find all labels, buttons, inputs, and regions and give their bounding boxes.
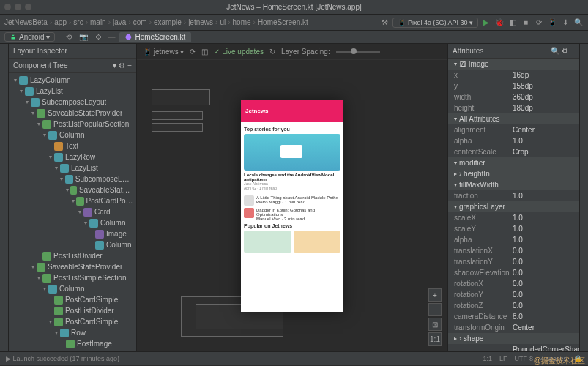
- tree-node[interactable]: ▾Card: [9, 206, 136, 217]
- attr-section[interactable]: ▸ › shape: [448, 333, 579, 344]
- attr-section[interactable]: ▾ All Attributes: [448, 113, 579, 124]
- hammer-icon[interactable]: ⚒: [379, 18, 390, 28]
- attr-row[interactable]: height180dp: [448, 102, 579, 113]
- tree-node[interactable]: ▾SubcomposeLayout: [9, 173, 136, 184]
- minimize-icon[interactable]: −: [570, 47, 575, 55]
- close-dot[interactable]: [4, 4, 11, 10]
- sdk-icon[interactable]: ⬇: [560, 18, 570, 28]
- refresh-icon[interactable]: ⟳: [190, 48, 196, 56]
- attr-row[interactable]: width360dp: [448, 92, 579, 102]
- attr-row[interactable]: rotationY0.0: [448, 289, 579, 300]
- attr-row[interactable]: alignmentCenter: [448, 124, 579, 135]
- left-gutter[interactable]: [0, 44, 9, 351]
- sync-icon[interactable]: ⟳: [534, 18, 544, 28]
- cursor-position[interactable]: 1:1: [483, 355, 492, 362]
- breadcrumb[interactable]: JetNewsBeta›app›src›main›java›com›exampl…: [4, 18, 308, 26]
- component-tree[interactable]: ▾LazyColumn▾LazyList▾SubcomposeLayout▾Sa…: [9, 73, 136, 351]
- tree-node[interactable]: ▾Column: [9, 217, 136, 228]
- zoom-fit-button[interactable]: ⊡: [428, 318, 442, 331]
- attr-row[interactable]: y158dp: [448, 81, 579, 92]
- tree-node[interactable]: ▾SubcomposeLayout: [9, 97, 136, 108]
- android-selector[interactable]: Android ▾: [4, 32, 55, 42]
- tree-node[interactable]: ▾PostCardPopular: [9, 195, 136, 206]
- attr-section[interactable]: ▸ › heightIn: [448, 168, 579, 179]
- run-status[interactable]: ▶ Launch succeeded (17 minutes ago): [6, 355, 119, 362]
- attr-row[interactable]: translationY0.0: [448, 256, 579, 267]
- attr-row[interactable]: scaleX1.0: [448, 212, 579, 223]
- tree-node[interactable]: Image: [9, 228, 136, 239]
- tree-node[interactable]: ▾SaveableStateProvider: [9, 261, 136, 272]
- list-item: A Little Thing about Android Module Path…: [244, 195, 340, 206]
- process-selector[interactable]: 📱 jetnews ▾: [143, 48, 184, 56]
- device-selector[interactable]: 📱 Pixel 4a (5G) API 30 ▾: [392, 18, 478, 28]
- main-toolbar: JetNewsBeta›app›src›main›java›com›exampl…: [0, 15, 588, 31]
- minimize-icon[interactable]: −: [127, 61, 132, 70]
- attr-row[interactable]: RoundedCornerShape: [448, 344, 579, 351]
- rotate-icon[interactable]: ↻: [269, 48, 275, 56]
- live-updates-toggle[interactable]: ✓ Live updates: [214, 48, 264, 56]
- attr-row[interactable]: fraction1.0: [448, 190, 579, 201]
- tree-node[interactable]: ▾SaveableStateProvi...: [9, 184, 136, 195]
- stack-icon[interactable]: ◫: [201, 48, 208, 56]
- attr-row[interactable]: rotationX0.0: [448, 278, 579, 289]
- attr-row[interactable]: transformOriginCenter: [448, 322, 579, 333]
- tree-node[interactable]: Column: [9, 239, 136, 250]
- run-icon[interactable]: ▶: [481, 18, 491, 28]
- attr-row[interactable]: cameraDistance8.0: [448, 311, 579, 322]
- layer-spacing-slider[interactable]: [336, 51, 380, 53]
- debug-icon[interactable]: 🐞: [494, 18, 505, 28]
- stop-icon[interactable]: ■: [521, 18, 531, 28]
- attr-row[interactable]: translationX0.0: [448, 245, 579, 256]
- tree-node[interactable]: ▾PostListSimpleSection: [9, 272, 136, 283]
- canvas[interactable]: Jetnews Top stories for you Locale chang…: [137, 60, 447, 351]
- attr-section[interactable]: ▾ graphicsLayer: [448, 201, 579, 212]
- filter-icon[interactable]: ▾: [113, 61, 116, 70]
- tree-node[interactable]: ▾LazyColumn: [9, 75, 136, 86]
- tree-node[interactable]: ▾Column: [9, 283, 136, 294]
- search-icon[interactable]: 🔍: [551, 47, 559, 55]
- min-dot[interactable]: [15, 4, 21, 10]
- avd-icon[interactable]: 📱: [547, 18, 557, 28]
- attr-row[interactable]: alpha1.0: [448, 234, 579, 245]
- tree-node[interactable]: ▾LazyList: [9, 86, 136, 97]
- tree-node[interactable]: ▾LazyRow: [9, 152, 136, 163]
- camera-icon[interactable]: 📷: [78, 32, 89, 42]
- attr-row[interactable]: scaleY1.0: [448, 223, 579, 234]
- tree-node[interactable]: ▾PostListPopularSection: [9, 119, 136, 130]
- tree-node[interactable]: PostListDivider: [9, 305, 136, 316]
- tree-node[interactable]: PostCardSimple: [9, 294, 136, 305]
- attr-row[interactable]: alpha1.0: [448, 135, 579, 146]
- attr-section[interactable]: ▾ 🖼 Image: [448, 59, 579, 70]
- attr-row[interactable]: rotationZ0.0: [448, 300, 579, 311]
- gear-icon[interactable]: ⚙: [119, 61, 125, 70]
- attr-row[interactable]: x16dp: [448, 70, 579, 81]
- tree-node[interactable]: ▾Row: [9, 327, 136, 338]
- profile-icon[interactable]: ◧: [507, 18, 518, 28]
- tree-node[interactable]: ▾Column: [9, 349, 136, 351]
- gear-icon[interactable]: ⚙: [562, 47, 568, 55]
- search-icon[interactable]: 🔍: [573, 18, 584, 28]
- tree-node[interactable]: Text: [9, 141, 136, 152]
- layer-spacing-label: Layer Spacing:: [281, 48, 330, 56]
- zoom-out-button[interactable]: −: [428, 303, 442, 316]
- zoom-reset-button[interactable]: 1:1: [428, 332, 442, 346]
- attr-row[interactable]: shadowElevation0.0: [448, 267, 579, 278]
- tree-node[interactable]: ▾Column: [9, 130, 136, 141]
- attr-section[interactable]: ▾ modifier: [448, 157, 579, 168]
- line-ending[interactable]: LF: [499, 355, 507, 362]
- editor-tab[interactable]: ⬣ HomeScreen.kt: [119, 32, 191, 42]
- settings-icon[interactable]: ⚙: [93, 32, 103, 42]
- tree-node[interactable]: ▾PostCardSimple: [9, 316, 136, 327]
- tree-node[interactable]: PostListDivider: [9, 250, 136, 261]
- tree-node[interactable]: PostImage: [9, 338, 136, 349]
- attr-row[interactable]: contentScaleCrop: [448, 146, 579, 157]
- zoom-in-button[interactable]: +: [428, 288, 442, 302]
- encoding[interactable]: UTF-8: [514, 355, 533, 362]
- right-gutter[interactable]: [579, 44, 588, 351]
- tree-node[interactable]: ▾LazyList: [9, 163, 136, 173]
- tree-node[interactable]: ▾SaveableStateProvider: [9, 108, 136, 119]
- reload-icon[interactable]: ⟲: [64, 32, 74, 42]
- attr-section[interactable]: ▾ fillMaxWidth: [448, 179, 579, 190]
- max-dot[interactable]: [25, 4, 31, 10]
- device-preview[interactable]: Jetnews Top stories for you Locale chang…: [241, 100, 343, 312]
